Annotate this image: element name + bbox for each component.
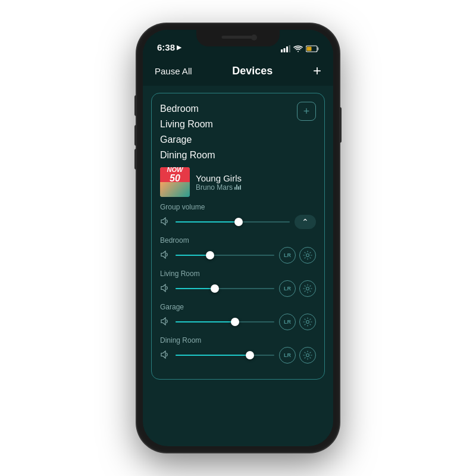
living-room-volume-icon	[160, 284, 171, 294]
device-section-garage: Garage	[160, 303, 316, 330]
svg-point-8	[306, 287, 309, 290]
group-volume-icon	[160, 217, 171, 227]
slider-track	[176, 321, 274, 322]
wifi-icon	[293, 45, 303, 52]
device-label-living-room: Living Room	[160, 270, 316, 278]
room-living-room[interactable]: Living Room	[160, 117, 215, 131]
group-volume-label: Group volume	[160, 203, 316, 211]
slider-thumb[interactable]	[206, 251, 214, 259]
garage-volume-icon	[160, 317, 171, 327]
eq-animation	[234, 184, 241, 190]
device-label-bedroom: Bedroom	[160, 236, 316, 245]
dining-room-settings-button[interactable]	[299, 347, 316, 364]
album-art-image: NOW50	[160, 167, 190, 197]
room-dining-room[interactable]: Dining Room	[160, 148, 215, 162]
phone-frame: 6:38 ▶	[137, 24, 339, 452]
camera	[251, 35, 257, 40]
room-garage[interactable]: Garage	[160, 133, 215, 147]
add-device-button[interactable]: +	[313, 64, 321, 78]
signal-icon	[281, 45, 290, 52]
artist-name: Bruno Mars	[196, 183, 242, 192]
device-row-dining-room: LR	[160, 347, 316, 364]
svg-rect-2	[286, 46, 288, 52]
add-room-icon: +	[303, 105, 310, 118]
device-label-garage: Garage	[160, 303, 316, 311]
garage-volume-slider[interactable]	[176, 316, 274, 328]
phone-screen: 6:38 ▶	[143, 30, 333, 446]
location-icon: ▶	[177, 44, 181, 51]
svg-rect-6	[307, 47, 312, 51]
device-label-dining-room: Dining Room	[160, 336, 316, 345]
garage-settings-button[interactable]	[299, 314, 316, 330]
dining-room-volume-slider[interactable]	[176, 349, 274, 361]
collapse-icon: ⌃	[302, 217, 309, 227]
page-title: Devices	[232, 65, 273, 77]
slider-thumb[interactable]	[211, 284, 219, 293]
svg-rect-0	[281, 49, 283, 52]
slider-fill	[176, 255, 210, 256]
svg-point-9	[306, 321, 309, 324]
now-playing-text: Young Girls Bruno Mars	[196, 173, 242, 192]
svg-rect-5	[318, 48, 319, 51]
room-list-header: Bedroom Living Room Garage Dining Room +	[160, 102, 316, 162]
room-names: Bedroom Living Room Garage Dining Room	[160, 102, 215, 162]
status-icons	[281, 45, 319, 52]
svg-point-7	[306, 254, 309, 257]
dining-room-volume-icon	[160, 350, 171, 361]
pause-all-button[interactable]: Pause All	[155, 66, 192, 76]
album-art: NOW50	[160, 167, 190, 197]
slider-fill	[176, 221, 239, 223]
main-content: Bedroom Living Room Garage Dining Room +	[143, 86, 333, 446]
slider-thumb[interactable]	[231, 318, 239, 326]
garage-lr-button[interactable]: LR	[279, 314, 296, 330]
device-row-bedroom: LR	[160, 247, 316, 264]
bedroom-volume-icon	[160, 250, 171, 261]
bedroom-volume-slider[interactable]	[176, 249, 274, 261]
group-volume-row: ⌃	[160, 215, 316, 229]
dining-room-lr-button[interactable]: LR	[279, 347, 296, 364]
bedroom-settings-button[interactable]	[299, 247, 316, 264]
track-name: Young Girls	[196, 173, 242, 183]
battery-icon	[306, 45, 319, 52]
device-section-bedroom: Bedroom	[160, 236, 316, 264]
svg-point-10	[306, 354, 309, 357]
group-card: Bedroom Living Room Garage Dining Room +	[151, 93, 325, 380]
collapse-button[interactable]: ⌃	[295, 215, 316, 229]
bedroom-lr-button[interactable]: LR	[279, 247, 296, 264]
device-row-living-room: LR	[160, 280, 316, 297]
device-section-dining-room: Dining Room	[160, 336, 316, 364]
slider-track	[176, 288, 274, 289]
slider-thumb[interactable]	[234, 218, 243, 226]
nav-bar: Pause All Devices +	[143, 56, 333, 86]
svg-rect-1	[284, 48, 286, 52]
slider-track	[176, 355, 274, 356]
living-room-volume-slider[interactable]	[176, 283, 274, 295]
status-time: 6:38 ▶	[157, 42, 181, 52]
time-display: 6:38	[157, 42, 175, 52]
device-section-living-room: Living Room	[160, 270, 316, 297]
svg-rect-3	[289, 45, 291, 52]
slider-fill	[176, 288, 215, 289]
status-bar: 6:38 ▶	[143, 30, 333, 56]
living-room-settings-button[interactable]	[299, 280, 316, 297]
slider-track	[176, 221, 290, 223]
notch	[196, 30, 280, 46]
device-row-garage: LR	[160, 314, 316, 330]
slider-thumb[interactable]	[246, 351, 254, 359]
group-volume-slider[interactable]	[176, 216, 290, 228]
room-bedroom[interactable]: Bedroom	[160, 102, 215, 116]
now-playing[interactable]: NOW50 Young Girls Bruno Mars	[160, 167, 316, 197]
garage-controls: LR	[279, 314, 316, 330]
speaker	[222, 36, 255, 39]
group-volume-section: Group volume	[160, 203, 316, 229]
slider-fill	[176, 355, 250, 356]
add-to-group-button[interactable]: +	[297, 102, 316, 121]
slider-fill	[176, 321, 235, 322]
slider-track	[176, 255, 274, 256]
living-room-lr-button[interactable]: LR	[279, 280, 296, 297]
bedroom-controls: LR	[279, 247, 316, 264]
dining-room-controls: LR	[279, 347, 316, 364]
living-room-controls: LR	[279, 280, 316, 297]
